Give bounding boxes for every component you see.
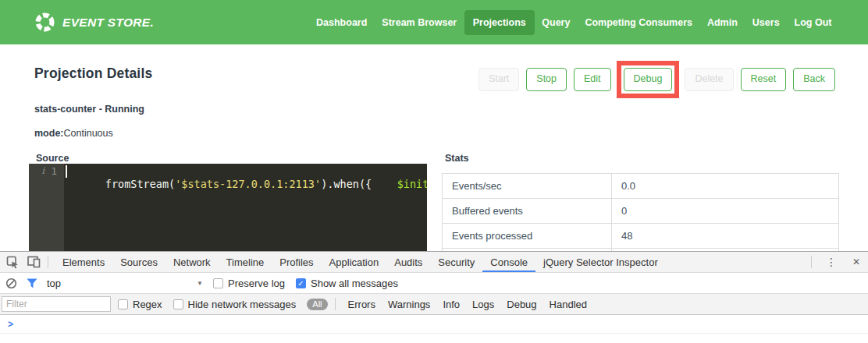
- nav-item-stream-browser[interactable]: Stream Browser: [375, 10, 464, 35]
- console-toolbar: top ▼ Preserve log ✓ Show all messages: [0, 273, 868, 294]
- delete-button[interactable]: Delete: [685, 68, 733, 91]
- line-number: 1: [51, 165, 57, 177]
- show-all-messages-checkbox[interactable]: ✓: [296, 278, 306, 288]
- tab-network[interactable]: Network: [165, 252, 219, 272]
- toolbar-separator: [335, 298, 336, 310]
- show-all-messages-label[interactable]: Show all messages: [311, 278, 398, 289]
- console-filter-bar: Regex Hide network messages All Errors W…: [0, 294, 868, 315]
- stop-button[interactable]: Stop: [526, 68, 567, 91]
- regex-label[interactable]: Regex: [133, 299, 162, 310]
- frame-context-dropdown[interactable]: top ▼: [47, 278, 203, 289]
- preserve-log-checkbox[interactable]: [213, 278, 223, 288]
- mode-label: mode:: [34, 128, 64, 139]
- brand-name: EVENT STORE.: [62, 16, 154, 30]
- tab-audits[interactable]: Audits: [386, 252, 430, 272]
- console-prompt-icon: >: [8, 319, 13, 330]
- projection-mode: mode:Continuous: [34, 128, 113, 139]
- projection-action-buttons: Start Stop Edit Debug Delete Reset Back: [478, 61, 835, 98]
- hide-network-messages-label[interactable]: Hide network messages: [188, 299, 297, 310]
- table-row: Events processed 48: [443, 224, 839, 249]
- stat-value: 0.0: [612, 174, 839, 199]
- filter-level-warnings[interactable]: Warnings: [388, 299, 430, 310]
- filter-funnel-icon[interactable]: [27, 278, 37, 288]
- table-row: Events/sec 0.0: [443, 174, 839, 199]
- toolbar-separator: [48, 256, 48, 268]
- filter-level-debug[interactable]: Debug: [507, 299, 536, 310]
- stat-value: 0: [612, 199, 839, 224]
- event-store-app: EVENT STORE. Dashboard Stream Browser Pr…: [0, 0, 868, 343]
- console-output: >: [0, 315, 868, 334]
- nav-item-dashboard[interactable]: Dashboard: [309, 10, 375, 35]
- filter-level-info[interactable]: Info: [443, 299, 460, 310]
- table-row: Buffered events 0: [443, 199, 839, 224]
- devtools-controls: ⋮ ✕: [805, 256, 868, 268]
- editor-gutter: i 1: [29, 164, 64, 254]
- filter-input[interactable]: [2, 296, 111, 312]
- clear-console-icon[interactable]: [5, 278, 17, 289]
- code-token-entity: $init:: [397, 178, 427, 190]
- devtools-tabbar: Elements Sources Network Timeline Profil…: [0, 252, 868, 273]
- filter-level-handled[interactable]: Handled: [550, 299, 587, 310]
- nav-item-projections[interactable]: Projections: [464, 10, 535, 35]
- back-button[interactable]: Back: [793, 68, 835, 91]
- event-store-ring-icon: [34, 12, 55, 33]
- debug-annotation-box: Debug: [617, 61, 680, 98]
- code-token: fromStream(: [105, 178, 175, 190]
- more-options-icon[interactable]: ⋮: [818, 256, 845, 268]
- tab-profiles[interactable]: Profiles: [272, 252, 321, 272]
- device-toolbar-icon[interactable]: [27, 256, 41, 268]
- top-navbar: EVENT STORE. Dashboard Stream Browser Pr…: [0, 0, 868, 44]
- code-token-string: '$stats-127.0.0.1:2113': [175, 178, 321, 190]
- stat-label: Events processed: [443, 224, 612, 249]
- mode-value: Continuous: [64, 128, 113, 139]
- frame-context-value: top: [47, 278, 61, 289]
- toolbar-separator: [811, 256, 812, 268]
- page-title: Projection Details: [34, 65, 152, 82]
- code-line[interactable]: fromStream('$stats-127.0.0.1:2113').when…: [64, 164, 427, 254]
- start-button[interactable]: Start: [478, 68, 519, 91]
- nav-item-query[interactable]: Query: [535, 10, 578, 35]
- devtools-panel: Elements Sources Network Timeline Profil…: [0, 251, 868, 343]
- code-token: [372, 178, 397, 190]
- debug-button[interactable]: Debug: [624, 68, 673, 91]
- stats-heading: Stats: [445, 153, 469, 164]
- filter-level-all[interactable]: All: [307, 299, 327, 310]
- chevron-down-icon: ▼: [197, 280, 203, 287]
- inspect-element-icon[interactable]: [6, 256, 20, 269]
- console-input-line[interactable]: >: [0, 315, 868, 334]
- preserve-log-label[interactable]: Preserve log: [228, 278, 285, 289]
- main-nav: Dashboard Stream Browser Projections Que…: [309, 10, 839, 35]
- tab-elements[interactable]: Elements: [55, 252, 112, 272]
- source-code-editor[interactable]: i 1 fromStream('$stats-127.0.0.1:2113').…: [29, 164, 427, 254]
- tab-application[interactable]: Application: [322, 252, 387, 272]
- stat-label: Events/sec: [443, 174, 612, 199]
- reset-button[interactable]: Reset: [741, 68, 787, 91]
- regex-checkbox[interactable]: [118, 299, 128, 309]
- source-heading: Source: [36, 153, 69, 164]
- stat-value: 48: [612, 224, 839, 249]
- nav-item-admin[interactable]: Admin: [699, 10, 745, 35]
- code-token: ).when({: [321, 178, 372, 190]
- brand-logo[interactable]: EVENT STORE.: [34, 12, 154, 33]
- tab-timeline[interactable]: Timeline: [219, 252, 272, 272]
- text-cursor: [66, 165, 67, 178]
- filter-level-logs[interactable]: Logs: [472, 299, 494, 310]
- nav-item-log-out[interactable]: Log Out: [787, 10, 839, 35]
- hide-network-messages-checkbox[interactable]: [173, 299, 183, 309]
- tab-console[interactable]: Console: [482, 252, 535, 272]
- tab-sources[interactable]: Sources: [112, 252, 165, 272]
- nav-item-users[interactable]: Users: [745, 10, 787, 35]
- projection-status: stats-counter - Running: [34, 104, 144, 115]
- stat-label: Buffered events: [443, 199, 612, 224]
- tab-security[interactable]: Security: [430, 252, 482, 272]
- edit-button[interactable]: Edit: [574, 68, 611, 91]
- info-annotation-icon: i: [41, 165, 44, 176]
- close-devtools-icon[interactable]: ✕: [845, 256, 868, 267]
- filter-level-errors[interactable]: Errors: [348, 299, 375, 310]
- nav-item-competing-consumers[interactable]: Competing Consumers: [578, 10, 700, 35]
- check-icon: ✓: [297, 279, 304, 288]
- tab-jquery-selector-inspector[interactable]: jQuery Selector Inspector: [535, 252, 666, 272]
